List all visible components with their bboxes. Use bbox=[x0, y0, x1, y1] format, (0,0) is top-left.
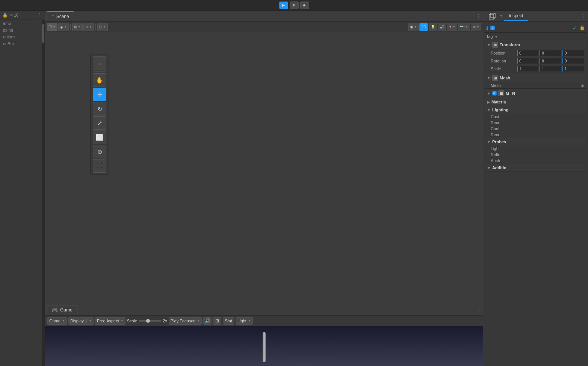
play-focused-dropdown[interactable]: Play Focused ▼ bbox=[169, 317, 202, 325]
main-layout: 🔒 👁 16 ⋮ emo pping rations onBox # Scene bbox=[0, 11, 588, 366]
overlay-dropdown[interactable]: ◈▼ bbox=[58, 23, 69, 31]
rotation-label: Rotation bbox=[491, 59, 517, 63]
lighting-section-header[interactable]: ▼ Lighting bbox=[485, 106, 586, 114]
top-bar: ▶ ⏸ ⏭ bbox=[0, 0, 588, 11]
cast-row: Cast bbox=[485, 114, 586, 120]
inspector-cube-btn[interactable] bbox=[486, 11, 498, 22]
anchor-row: Anch bbox=[485, 158, 586, 164]
globe-dropdown[interactable]: ◉▼ bbox=[408, 23, 419, 31]
reflect-row: Refle bbox=[485, 152, 586, 158]
tool-menu[interactable]: ≡ bbox=[93, 56, 106, 70]
mesh-select-icon[interactable]: ◉ bbox=[581, 84, 584, 88]
inspector-tab-bar: ▼ Inspect ⋮ bbox=[483, 11, 588, 22]
light-probe-label: Light bbox=[491, 146, 584, 151]
game-tab-menu-icon[interactable]: ⋮ bbox=[477, 307, 481, 313]
game-tab-label: Game bbox=[60, 307, 73, 313]
tool-scale[interactable]: ⤢ bbox=[93, 116, 106, 130]
probes-section-header[interactable]: ▼ Probes bbox=[485, 138, 586, 146]
step-button[interactable]: ⏭ bbox=[300, 2, 309, 9]
position-row: Position 0 0 0 bbox=[485, 49, 586, 57]
2d-button[interactable]: 2D bbox=[419, 23, 428, 31]
transform-section-header[interactable]: ▼ ⊕ Transform bbox=[485, 40, 586, 49]
rotation-y[interactable]: 0 bbox=[540, 58, 561, 64]
game-view[interactable] bbox=[45, 326, 483, 366]
lighting-label: Lighting bbox=[492, 108, 508, 112]
position-z[interactable]: 0 bbox=[562, 50, 584, 56]
scene-toolbar: ☐▼ ◈▼ ⊞▼ ⊕▼ ⊟▼ ◉▼ bbox=[45, 22, 483, 32]
camera-dropdown[interactable]: 📷▼ bbox=[458, 23, 470, 31]
extra-dropdown[interactable]: ⊕▼ bbox=[471, 23, 481, 31]
tool-transform[interactable]: ⊕ bbox=[93, 145, 106, 158]
toolbar-sep-2 bbox=[95, 24, 96, 30]
scene-panel: # Scene ⋮ ☐▼ ◈▼ ⊞▼ ⊕▼ bbox=[45, 11, 483, 304]
center-area: # Scene ⋮ ☐▼ ◈▼ ⊞▼ ⊕▼ bbox=[45, 11, 483, 366]
shading-dropdown[interactable]: ☐▼ bbox=[47, 23, 57, 31]
mesh-section-header[interactable]: ▼ ⊞ Mesh bbox=[485, 73, 586, 82]
snap-dropdown[interactable]: ⊟▼ bbox=[97, 23, 108, 31]
effects-dropdown[interactable]: ✦▼ bbox=[447, 23, 457, 31]
materials-section-header[interactable]: ▶ Materia bbox=[485, 98, 586, 106]
additional-section-header[interactable]: ▼ Additio bbox=[485, 164, 586, 172]
scene-tab[interactable]: # Scene bbox=[47, 11, 74, 21]
inspector-cube-arrow: ▼ bbox=[500, 14, 503, 18]
mesh-renderer-checkbox[interactable]: ✓ bbox=[492, 91, 497, 96]
additional-label: Additio bbox=[492, 166, 506, 170]
rotation-x[interactable]: 0 bbox=[517, 58, 539, 64]
lighting-section: ▼ Lighting Cast Rece Contr Rece bbox=[485, 106, 586, 138]
light-label: Light bbox=[237, 319, 246, 323]
pivot-dropdown[interactable]: ⊕▼ bbox=[83, 23, 94, 31]
free-aspect-dropdown[interactable]: Free Aspect ▼ bbox=[95, 317, 125, 325]
game-display-label: Game bbox=[49, 319, 60, 323]
tool-move[interactable]: ✛ bbox=[93, 88, 106, 101]
stat-button[interactable]: Stat bbox=[223, 317, 234, 325]
scene-tab-menu-icon[interactable]: ⋮ bbox=[476, 13, 481, 19]
panel-menu-icon[interactable]: ⋮ bbox=[37, 12, 42, 18]
contribute-label: Contr bbox=[491, 126, 584, 131]
panel-item-rations[interactable]: rations bbox=[0, 33, 45, 40]
grid-button[interactable]: ⊞ bbox=[213, 317, 221, 325]
tool-rect[interactable]: ⬜ bbox=[93, 131, 106, 144]
panel-scrollbar[interactable] bbox=[42, 20, 45, 366]
transform-dropdown[interactable]: ⊞▼ bbox=[72, 23, 83, 31]
game-toolbar: Game ▼ Display 1 ▼ Free Aspect ▼ Scale 2… bbox=[45, 316, 483, 326]
panel-scroll-thumb bbox=[42, 24, 44, 43]
position-y[interactable]: 0 bbox=[540, 50, 561, 56]
panel-item-mapping[interactable]: pping bbox=[0, 27, 45, 33]
scale-slider[interactable] bbox=[139, 320, 161, 322]
inspector-active-checkbox[interactable]: ✓ bbox=[490, 26, 495, 30]
inspector-obj-header: ℹ ✓ ✓ 🔒 bbox=[485, 23, 586, 33]
mute-button[interactable]: 🔊 bbox=[203, 317, 212, 325]
position-label: Position bbox=[491, 51, 517, 55]
tool-hand[interactable]: ✋ bbox=[93, 73, 106, 87]
inspector-menu-icon[interactable]: ⋮ bbox=[581, 13, 586, 19]
mesh-renderer-header[interactable]: ▼ ✓ ⊞ M N bbox=[485, 89, 586, 98]
tool-rotate[interactable]: ↻ bbox=[93, 102, 106, 115]
game-tab[interactable]: 🎮 Game bbox=[47, 305, 77, 315]
scale-x[interactable]: 1 bbox=[517, 66, 539, 72]
display1-dropdown[interactable]: Display 1 ▼ bbox=[68, 317, 94, 325]
receive-gi-row: Rece bbox=[485, 132, 586, 138]
rotation-z[interactable]: 0 bbox=[562, 58, 584, 64]
game-display-dropdown[interactable]: Game ▼ bbox=[47, 317, 67, 325]
scale-y[interactable]: 1 bbox=[540, 66, 561, 72]
pause-button[interactable]: ⏸ bbox=[290, 2, 299, 9]
play-button[interactable]: ▶ bbox=[279, 2, 288, 9]
inspect-tab[interactable]: Inspect bbox=[504, 11, 528, 21]
light-button[interactable]: 💡 bbox=[429, 23, 437, 31]
audio-button[interactable]: 🔊 bbox=[438, 23, 446, 31]
scale-slider-thumb bbox=[146, 319, 150, 323]
transform-icon: ⊕ bbox=[492, 42, 498, 48]
mesh-renderer-icon: ⊞ bbox=[498, 90, 504, 96]
position-x[interactable]: 0 bbox=[517, 50, 539, 56]
panel-item-onbox[interactable]: onBox bbox=[0, 40, 45, 47]
scale-label: Scale bbox=[127, 319, 138, 323]
scene-view-container: ≡ ✋ ✛ ↻ ⤢ ⬜ ⊕ ⛶ bbox=[45, 32, 483, 304]
receive-row: Rece bbox=[485, 120, 586, 126]
rotation-values: 0 0 0 bbox=[517, 58, 584, 64]
scale-z[interactable]: 1 bbox=[562, 66, 584, 72]
toolbar-sep-1 bbox=[70, 24, 71, 30]
light-dropdown[interactable]: Light ▼ bbox=[236, 317, 253, 325]
probes-label: Probes bbox=[492, 140, 506, 144]
tool-custom[interactable]: ⛶ bbox=[93, 159, 106, 173]
panel-item-demo[interactable]: emo bbox=[0, 20, 45, 27]
